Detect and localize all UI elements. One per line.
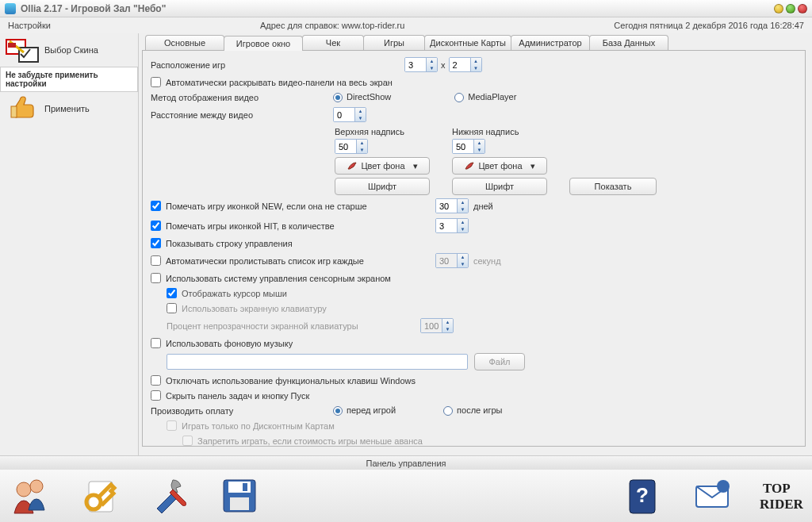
tab-admin[interactable]: Администратор — [511, 35, 590, 50]
bg-music-label: Использовать фоновую музыку — [166, 339, 293, 348]
key-icon[interactable] — [78, 474, 122, 518]
bg-music-check[interactable] — [151, 338, 161, 348]
kbd-opacity-stepper: ▲▼ — [420, 318, 454, 333]
disable-winkeys-check[interactable] — [151, 375, 161, 386]
sidebar-note: Не забудьте применить настройки — [0, 67, 138, 92]
tab-check[interactable]: Чек — [302, 35, 364, 50]
hit-stepper[interactable]: ▲▼ — [435, 218, 469, 233]
users-icon[interactable] — [8, 474, 52, 518]
svg-text:RIDER: RIDER — [760, 497, 804, 512]
show-button[interactable]: Показать — [569, 178, 657, 195]
help-icon[interactable]: ? — [620, 474, 665, 518]
top-caption-label: Верхняя надпись — [335, 127, 438, 136]
tabs: Основные Игровое окно Чек Игры Дисконтны… — [145, 35, 806, 50]
infobar-left: Настройки — [8, 21, 51, 30]
video-distance-label: Расстояние между видео — [151, 110, 325, 120]
x-label: х — [441, 60, 446, 70]
tab-discount[interactable]: Дисконтные Карты — [424, 35, 511, 50]
days-label: дней — [473, 202, 493, 211]
maximize-button[interactable] — [786, 4, 795, 13]
svg-point-4 — [17, 482, 31, 497]
radio-after-game[interactable] — [443, 406, 453, 416]
infobar-center: Адрес для справок: www.top-rider.ru — [51, 21, 614, 30]
file-button[interactable]: Файл — [474, 353, 525, 370]
video-method-label: Метод отображения видео — [151, 93, 325, 102]
svg-rect-11 — [243, 483, 247, 491]
kbd-label: Использовать экранную клавиатуру — [182, 304, 327, 313]
thumbs-up-icon — [5, 95, 40, 122]
mark-hit-check[interactable] — [151, 221, 161, 231]
top-font-button[interactable]: Шрифт — [335, 178, 430, 195]
rows-stepper[interactable]: ▲▼ — [449, 57, 482, 72]
minimize-button[interactable] — [774, 4, 783, 13]
tab-database[interactable]: База Данных — [589, 35, 668, 50]
hide-taskbar-check[interactable] — [151, 390, 161, 401]
brush-icon — [464, 161, 475, 171]
top-caption-stepper[interactable]: ▲▼ — [335, 139, 368, 154]
tab-body: Расположение игр ▲▼ х ▲▼ Автоматически р… — [142, 50, 806, 447]
mark-hit-label: Помечать игры иконкой HIT, в количестве — [166, 221, 435, 231]
svg-rect-2 — [8, 43, 16, 48]
brush-icon — [347, 161, 358, 171]
radio-mediaplayer[interactable] — [454, 93, 464, 102]
auto-expand-check[interactable] — [151, 77, 161, 87]
auto-scroll-check[interactable] — [151, 255, 161, 266]
titlebar: Ollia 2.17 - Игровой Зал "Небо" — [0, 0, 812, 17]
music-path-input[interactable] — [167, 354, 468, 370]
discount-only-label: Играть только по Дисконтным Картам — [182, 421, 335, 431]
mark-new-label: Помечать игру иконкой NEW, если она не с… — [166, 202, 435, 211]
tab-main[interactable]: Основные — [145, 35, 224, 50]
sidebar: Выбор Скина Не забудьте применить настро… — [0, 33, 139, 455]
tab-game-window[interactable]: Игровое окно — [224, 36, 303, 51]
kbd-opacity-label: Процент непрозрачности экранной клавиату… — [167, 321, 420, 331]
touch-label: Использовать систему управления сенсорны… — [166, 274, 391, 283]
sidebar-item-label: Применить — [44, 104, 90, 113]
svg-text:?: ? — [636, 483, 649, 507]
svg-point-15 — [717, 480, 730, 493]
touch-check[interactable] — [151, 273, 161, 283]
bottom-caption-label: Нижняя надпись — [452, 127, 555, 136]
seconds-label: секунд — [473, 256, 501, 266]
radio-directshow[interactable] — [333, 93, 343, 102]
svg-point-5 — [30, 480, 43, 493]
video-distance-stepper[interactable]: ▲▼ — [333, 107, 366, 122]
bottom-font-button[interactable]: Шрифт — [452, 178, 547, 195]
sidebar-item-skins[interactable]: Выбор Скина — [0, 33, 138, 67]
sidebar-item-apply[interactable]: Применить — [0, 92, 138, 125]
mark-new-check[interactable] — [151, 201, 161, 211]
auto-expand-label: Автоматически раскрывать видео-панели на… — [166, 78, 393, 87]
show-ctrl-label: Показывать строку управления — [166, 239, 293, 248]
kbd-check[interactable] — [167, 303, 177, 313]
hide-taskbar-label: Скрыть панель задач и кнопку Пуск — [166, 391, 309, 401]
infobar-right: Сегодня пятница 2 декабря 2016 года 16:2… — [614, 21, 804, 30]
bottom-caption-stepper[interactable]: ▲▼ — [452, 139, 485, 154]
logo-icon[interactable]: TOPRIDER — [760, 474, 804, 518]
seconds-stepper: ▲▼ — [435, 253, 469, 268]
cursor-check[interactable] — [167, 288, 177, 298]
bottom-color-button[interactable]: Цвет фона▾ — [452, 157, 547, 175]
status-bar: Панель управления — [0, 455, 812, 470]
save-icon[interactable] — [217, 474, 262, 518]
window-title: Ollia 2.17 - Игровой Зал "Небо" — [21, 3, 166, 14]
top-color-button[interactable]: Цвет фона▾ — [335, 157, 430, 175]
radio-before-game[interactable] — [333, 406, 343, 416]
forbid-cost-label: Запретить играть, если стоимость игры ме… — [197, 436, 423, 446]
days-stepper[interactable]: ▲▼ — [435, 198, 469, 213]
auto-scroll-label: Автоматически пролистывать список игр ка… — [166, 256, 435, 266]
payment-label: Производить оплату — [151, 406, 333, 416]
forbid-cost-check — [182, 436, 193, 446]
disable-winkeys-label: Отключать использование функциональных к… — [166, 376, 416, 386]
show-ctrl-check[interactable] — [151, 238, 161, 248]
sidebar-item-label: Выбор Скина — [44, 45, 98, 55]
window-buttons — [774, 4, 807, 13]
close-button[interactable] — [798, 4, 807, 13]
app-icon — [5, 3, 16, 14]
info-bar: Настройки Адрес для справок: www.top-rid… — [0, 17, 812, 33]
games-layout-label: Расположение игр — [151, 60, 325, 70]
svg-rect-3 — [11, 106, 17, 117]
tab-games[interactable]: Игры — [363, 35, 425, 50]
tools-icon[interactable] — [147, 474, 192, 518]
mail-icon[interactable] — [690, 474, 734, 518]
cols-stepper[interactable]: ▲▼ — [404, 57, 438, 72]
svg-text:TOP: TOP — [763, 481, 791, 496]
